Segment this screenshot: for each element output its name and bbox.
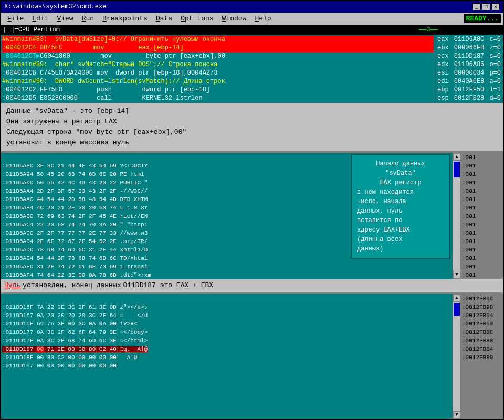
reg-flag-a: a=0 <box>489 77 501 86</box>
reg-ecx-val: 011DD187 <box>454 52 485 60</box>
menu-view[interactable]: View <box>52 14 77 24</box>
annotation-line4: данных, нуль <box>357 206 444 216</box>
raddr2-3: :0012FB94 <box>462 311 502 320</box>
scroll-thumb-2 <box>454 303 460 316</box>
menu-data[interactable]: Data <box>152 14 176 24</box>
raddr-13: :001 <box>462 254 502 262</box>
disasm-instr-5: :004012CB C745E873A24000 mov dword ptr [… <box>2 69 217 77</box>
reg-edx-name: edx <box>437 60 449 69</box>
scroll-down-button-2[interactable]: ▼ <box>453 411 460 418</box>
hex-row-1: :011D6A8C 3F 3C 21 44 4F 43 54 59 ?<!DOC… <box>2 163 148 169</box>
menu-breakpoints[interactable]: Breakpoints <box>98 14 152 24</box>
hex-row-3: :011D6A9C 50 55 42 4C 49 43 20 22 PUBLIC… <box>2 180 148 186</box>
reg-esp-val: 0012FB28 <box>454 94 485 102</box>
disasm-row-2: :004012C4 8B45EC mov eax,[ebp-14] <box>2 44 434 52</box>
raddr2-5: :0012FB8C <box>462 328 502 337</box>
reg-ecx-name: ecx <box>437 52 449 60</box>
reg-row-eax: eax 011D6A8C c=0 <box>437 35 501 44</box>
raddr2-6: :0012FB88 <box>462 337 502 345</box>
reg-ebp-val: 0012FF50 <box>454 86 485 94</box>
reg-row-esi: esi 00000034 p=0 <box>437 69 501 77</box>
raddr-12: :001 <box>462 246 502 254</box>
menu-bar: File Edit View Run Breakpoints Data Opt … <box>1 13 503 25</box>
disasm-row-1: #winmain#83: svData[dwSize]=0;// Огранич… <box>2 35 434 44</box>
status-addr-info: 011DD187 это EAX + EBX <box>123 280 213 291</box>
reg-flag-o: o=0 <box>489 60 501 69</box>
disasm-row-4: #winmain#89: char* svMatch="Старый DOS";… <box>2 60 434 69</box>
status-line: Нуль установлен, конец данных 011DD187 э… <box>1 279 503 292</box>
reg-ebp-name: ebp <box>437 86 449 94</box>
raddr-15: :001 <box>462 271 502 279</box>
status-text: установлен, конец данных <box>23 280 121 291</box>
hex-row-11: :011D6ADC 78 68 74 6D 6C 31 2F 44 xhtml1… <box>2 247 148 253</box>
hex2-row-5: :011DD17F 0A 3C 2F 68 74 6D 6C 3E ○</htm… <box>2 338 148 344</box>
scroll-down-button[interactable]: ▼ <box>453 271 460 278</box>
disasm-row-8: :004012D5 E8528C0000 call KERNEL32.lstrl… <box>2 94 434 102</box>
menu-edit[interactable]: Edit <box>28 14 52 24</box>
scroll-up-button-2[interactable]: ▲ <box>453 295 460 302</box>
disasm-instr-8: :004012D5 E8528C0000 call KERNEL32.lstrl… <box>2 94 203 102</box>
reg-flag-s: s=0 <box>489 52 501 60</box>
info-line-3: Следующая строка "mov byte ptr [eax+ebx]… <box>6 127 498 138</box>
maximize-button[interactable]: □ <box>482 3 490 10</box>
disasm-comment-6: #winmain#90: DWORD dwCount=lstrlen(svMat… <box>2 77 225 86</box>
hex-row-5: :011D6AAC 44 54 44 20 58 48 54 4D DTD XH… <box>2 196 148 203</box>
counter-3: ——3—— <box>419 26 438 34</box>
reg-ebx-val: 000066FB <box>454 44 485 52</box>
hex2-row-7: :011DD18F 00 80 C2 00 00 00 00 00 А†@ <box>2 354 137 361</box>
raddr-6: :001 <box>462 195 502 204</box>
reg-eax-val: 011D6A8C <box>454 35 485 44</box>
raddr-11: :001 <box>462 237 502 246</box>
reg-row-edi: edi 0040A0E8 a=0 <box>437 77 501 86</box>
scroll-up-button[interactable]: ▲ <box>453 153 460 161</box>
hex-row-4: :011D6AA4 2D 2F 2F 57 33 43 2F 2F -//W3C… <box>2 188 148 194</box>
reg-edx-val: 011D6A86 <box>454 60 485 69</box>
reg-ebx-name: ebx <box>437 44 449 52</box>
disasm-section: #winmain#83: svData[dwSize]=0;// Огранич… <box>1 35 503 103</box>
raddr-10: :001 <box>462 229 502 237</box>
menu-options[interactable]: Opt ions <box>176 14 217 24</box>
scrollbar-hex2[interactable]: ▲ ▼ <box>453 294 461 419</box>
close-button[interactable]: ✕ <box>491 3 500 10</box>
menu-run[interactable]: Run <box>78 14 98 24</box>
raddr2-4: :0012FB90 <box>462 320 502 328</box>
menu-file[interactable]: File <box>3 14 28 24</box>
hex-row-10: :011D6AD4 2E 6F 72 67 2F 54 52 2F .org/T… <box>2 238 148 245</box>
reg-row-ecx: ecx 011DD187 s=0 <box>437 52 501 60</box>
status-null-word: Нуль <box>4 280 20 291</box>
annotation-line3: число, начала <box>357 197 444 206</box>
hex-section-2: :011DD15F 7A 22 3E 3C 2F 61 3E 0D z"></a… <box>1 294 503 419</box>
hex2-row-4: :011DD177 0A 3C 2F 62 6F 64 79 3E ○</bod… <box>2 329 148 335</box>
raddr2-1: :0012FB9C <box>462 295 502 303</box>
disasm-addr-2: :004012C4 8B45EC mov eax,[ebp-14] <box>2 44 184 52</box>
reg-flag-i: i=1 <box>489 86 501 94</box>
annotation-line2: в нем находится <box>357 187 444 197</box>
raddr-1: :001 <box>462 153 502 162</box>
annotation-title: Начало данных <box>357 159 444 169</box>
registers-panel: eax 011D6A8C c=0 ebx 000066FB z=0 ecx 01… <box>435 35 503 103</box>
disasm-row-3: :004012C7►C6041800 mov byte ptr [eax+ebx… <box>2 52 434 60</box>
minimize-button[interactable]: _ <box>472 3 481 10</box>
hex-row-9: :011D6ACC 2F 2F 77 77 77 2E 77 33 //www.… <box>2 230 148 236</box>
disasm-comment-4: #winmain#89: char* svMatch="Старый DOS";… <box>2 60 217 69</box>
hex-section-1: :011D6A8C 3F 3C 21 44 4F 43 54 59 ?<!DOC… <box>1 153 503 279</box>
raddr-5: :001 <box>462 187 502 195</box>
disasm-ptr-3: :004012C7► <box>2 52 40 60</box>
disasm-addr-1: #winmain#83: svData[dwSize]=0;// Огранич… <box>2 35 225 44</box>
annotation-line8: данных) <box>357 244 444 254</box>
menu-help[interactable]: Help <box>250 14 275 24</box>
disasm-panel: #winmain#83: svData[dwSize]=0;// Огранич… <box>1 35 435 103</box>
hex2-row-3: :011DD16F 69 76 3E 00 3C 0A 0A 00 iv>♦< <box>2 321 137 327</box>
hex-row-2: :011D6A94 50 45 20 68 74 6D 6C 20 PE htm… <box>2 171 148 177</box>
menu-window[interactable]: Window <box>218 14 251 24</box>
info-box: Данные "svData" - это [ebp-14] Они загру… <box>1 103 503 151</box>
reg-row-edx: edx 011D6A86 o=0 <box>437 60 501 69</box>
scrollbar-hex1[interactable]: ▲ ▼ <box>453 153 461 279</box>
annotation-subtitle: "svData" <box>357 169 444 178</box>
raddr-14: :001 <box>462 262 502 271</box>
reg-edi-val: 0040A0E8 <box>454 77 485 86</box>
raddr-4: :001 <box>462 178 502 187</box>
reg-flag-z: z=0 <box>489 44 501 52</box>
hex2-row-8: :011DD197 00 00 00 00 00 00 00 00 <box>2 363 144 369</box>
disasm-row-6: #winmain#90: DWORD dwCount=lstrlen(svMat… <box>2 77 434 86</box>
